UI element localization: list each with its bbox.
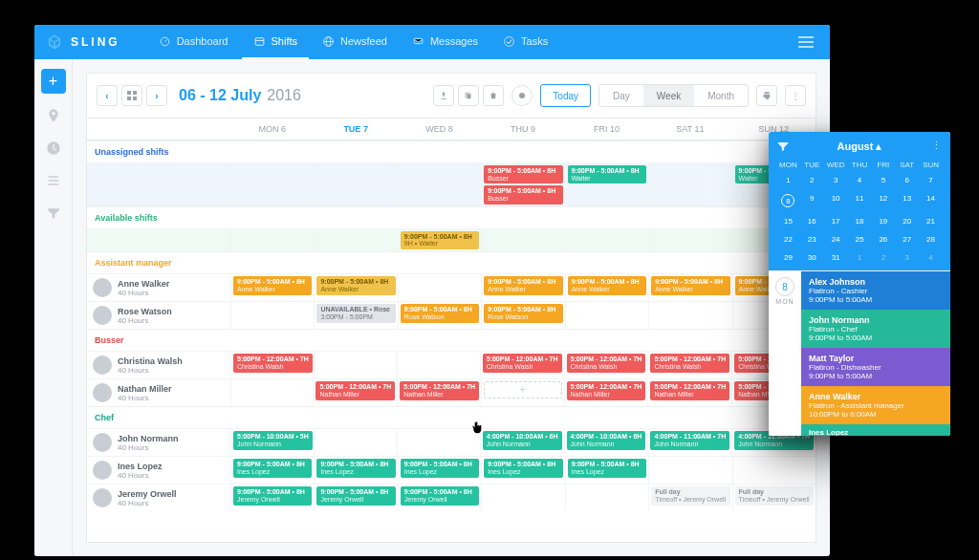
schedule-cell[interactable] xyxy=(315,429,397,456)
mobile-day-29[interactable]: 29 xyxy=(776,250,800,265)
mobile-day-6[interactable]: 6 xyxy=(895,173,919,187)
shift-chip[interactable]: 5:00PM - 12:00AM • 7HChristina Walsh xyxy=(483,354,562,372)
nav-tasks[interactable]: Tasks xyxy=(491,25,559,59)
record-button[interactable] xyxy=(511,85,533,106)
print-button[interactable] xyxy=(756,85,777,106)
shift-chip[interactable]: 9:00PM - 5:00AM • 8H9H • Waiter xyxy=(401,231,479,249)
shift-chip[interactable]: 9:00PM - 5:00AM • 8HRose Watson xyxy=(484,304,562,322)
day-header-1[interactable]: TUE 7 xyxy=(314,118,397,140)
schedule-cell[interactable] xyxy=(732,457,816,484)
schedule-cell[interactable]: 9:00PM - 5:00AM • 8HJeremy Orwell xyxy=(314,485,397,511)
shift-chip[interactable]: 9:00PM - 5:00AM • 8HBusser xyxy=(484,185,562,204)
mobile-day-3[interactable]: 3 xyxy=(895,250,919,265)
shift-chip[interactable]: 9:00PM - 5:00AM • 8HInes Lopez xyxy=(484,459,562,477)
mobile-day-2[interactable]: 2 xyxy=(871,250,895,265)
mobile-day-4[interactable]: 4 xyxy=(919,250,943,265)
add-shift-placeholder[interactable]: + xyxy=(484,381,561,398)
shift-chip[interactable]: Full dayTimeoff • Jeremy Orwell xyxy=(735,486,814,505)
rail-location-icon[interactable] xyxy=(43,105,64,126)
schedule-cell[interactable]: 9:00PM - 5:00AM • 8HRose Watson xyxy=(398,302,481,329)
schedule-cell[interactable]: UNAVAILABLE • Rose3:00PM - 5:00PM xyxy=(314,302,397,329)
schedule-cell[interactable] xyxy=(648,457,731,484)
mobile-day-12[interactable]: 12 xyxy=(871,191,895,210)
prev-week-button[interactable]: ‹ xyxy=(97,85,118,106)
day-header-4[interactable]: FRI 10 xyxy=(565,118,648,140)
next-week-button[interactable]: › xyxy=(146,85,167,106)
nav-messages[interactable]: Messages xyxy=(401,25,490,59)
mobile-shift-card[interactable]: John NormannFlatiron - Chef9:00PM to 5:0… xyxy=(801,310,950,348)
schedule-cell[interactable]: 5:00PM - 12:00AM • 7HChristina Walsh xyxy=(647,352,731,378)
mobile-shift-card-cut[interactable]: Ines Lopez xyxy=(801,424,950,436)
mobile-day-16[interactable]: 16 xyxy=(800,214,824,228)
shift-chip[interactable]: 5:00PM - 12:00AM • 7HNathan Miller xyxy=(567,381,646,399)
schedule-cell[interactable]: 5:00PM - 12:00AM • 7HChristina Walsh xyxy=(230,352,315,378)
schedule-cell[interactable]: 9:00PM - 5:00AM • 8HInes Lopez xyxy=(481,457,564,484)
schedule-cell[interactable]: 5:00PM - 12:00AM • 7HNathan Miller xyxy=(397,379,481,406)
schedule-cell[interactable]: 9:00PM - 5:00AM • 8HAnne Walker xyxy=(565,274,648,301)
rail-list-icon[interactable] xyxy=(43,170,64,191)
schedule-cell[interactable]: Full dayTimeoff • Jeremy Orwell xyxy=(732,485,816,511)
person-cell[interactable]: Christina Walsh40 Hours xyxy=(87,352,230,378)
schedule-cell[interactable]: 9:00PM - 5:00AM • 8HWaiter xyxy=(565,163,648,206)
shift-chip[interactable]: 9:00PM - 5:00AM • 8HWaiter xyxy=(568,165,646,183)
schedule-cell[interactable]: 9:00PM - 5:00AM • 8HInes Lopez xyxy=(565,457,648,484)
schedule-cell[interactable]: 5:00PM - 12:00AM • 7HNathan Miller xyxy=(647,379,731,406)
mobile-day-3[interactable]: 3 xyxy=(824,173,848,187)
shift-chip[interactable]: 9:00PM - 5:00AM • 8HAnne Walker xyxy=(568,276,646,294)
shift-chip[interactable]: 5:00PM - 12:00AM • 7HNathan Miller xyxy=(650,381,729,399)
shift-chip[interactable]: 9:00PM - 5:00AM • 8HJeremy Orwell xyxy=(401,486,479,505)
schedule-cell[interactable]: 4:00PM - 10:00AM • 6HJohn Normann xyxy=(564,429,648,456)
mobile-day-26[interactable]: 26 xyxy=(871,232,895,247)
schedule-cell[interactable] xyxy=(648,229,731,251)
mobile-day-7[interactable]: 7 xyxy=(919,173,943,187)
mobile-day-27[interactable]: 27 xyxy=(895,232,919,247)
day-header-2[interactable]: WED 8 xyxy=(398,118,481,140)
schedule-cell[interactable]: 9:00PM - 5:00AM • 8HBusser9:00PM - 5:00A… xyxy=(481,163,564,206)
nav-newsfeed[interactable]: Newsfeed xyxy=(311,25,399,59)
mobile-day-1[interactable]: 1 xyxy=(776,173,800,187)
mobile-more-icon[interactable]: ⋮ xyxy=(929,140,943,153)
shift-chip[interactable]: 9:00PM - 5:00AM • 8HAnne Walker xyxy=(651,276,729,294)
shift-chip[interactable]: 9:00PM - 5:00AM • 8HBusser xyxy=(484,165,562,183)
mobile-day-20[interactable]: 20 xyxy=(895,214,919,228)
mobile-day-13[interactable]: 13 xyxy=(895,191,919,210)
schedule-cell[interactable] xyxy=(230,163,314,206)
schedule-cell[interactable]: 9:00PM - 5:00AM • 8HJeremy Orwell xyxy=(398,485,481,511)
mobile-day-14[interactable]: 14 xyxy=(919,191,943,210)
shift-chip[interactable]: 9:00PM - 5:00AM • 8HInes Lopez xyxy=(568,459,646,477)
schedule-cell[interactable] xyxy=(648,302,731,329)
mobile-day-4[interactable]: 4 xyxy=(848,173,872,187)
schedule-cell[interactable] xyxy=(397,429,479,456)
mobile-shift-card[interactable]: Matt TaylorFlatiron - Dishwasher9:00PM t… xyxy=(801,348,950,386)
filter-icon[interactable] xyxy=(776,140,790,153)
schedule-cell[interactable]: + xyxy=(481,379,563,406)
shift-chip[interactable]: 4:00PM - 10:00AM • 6HJohn Normann xyxy=(567,431,646,449)
mobile-day-17[interactable]: 17 xyxy=(824,214,848,228)
schedule-cell[interactable] xyxy=(398,163,481,206)
schedule-cell[interactable] xyxy=(230,302,314,329)
more-button[interactable]: ⋮ xyxy=(785,85,806,106)
rail-time-icon[interactable] xyxy=(43,138,64,159)
person-cell[interactable]: John Normann40 Hours xyxy=(87,429,230,456)
schedule-cell[interactable]: 9:00PM - 5:00AM • 8HInes Lopez xyxy=(314,457,397,484)
day-header-5[interactable]: SAT 11 xyxy=(648,118,731,140)
shift-chip[interactable]: 9:00PM - 5:00AM • 8HInes Lopez xyxy=(316,459,395,477)
schedule-cell[interactable] xyxy=(481,485,564,511)
shift-chip[interactable]: 9:00PM - 5:00AM • 8HJeremy Orwell xyxy=(316,486,395,505)
schedule-cell[interactable]: 9:00PM - 5:00AM • 8HAnne Walker xyxy=(481,274,564,301)
mobile-shift-card[interactable]: Alex JohnsonFlatiron - Cashier9:00PM to … xyxy=(801,271,950,310)
nav-shifts[interactable]: Shifts xyxy=(242,25,310,59)
shift-chip[interactable]: 5:00PM - 12:00AM • 7HChristina Walsh xyxy=(567,354,646,372)
shift-chip[interactable]: 9:00PM - 5:00AM • 8HRose Watson xyxy=(401,304,479,322)
schedule-cell[interactable] xyxy=(314,163,397,206)
trash-button[interactable] xyxy=(483,85,504,106)
mobile-day-21[interactable]: 21 xyxy=(919,214,943,228)
copy-button[interactable] xyxy=(458,85,479,106)
schedule-cell[interactable] xyxy=(315,352,397,378)
mobile-day-28[interactable]: 28 xyxy=(919,232,943,247)
upload-button[interactable] xyxy=(433,85,454,106)
mobile-shift-card[interactable]: Anne WalkerFlatiron - Assistant manager1… xyxy=(801,386,950,424)
mobile-month-title[interactable]: August ▴ xyxy=(790,140,929,153)
shift-chip[interactable]: 9:00PM - 5:00AM • 8HAnne Walker xyxy=(484,276,562,294)
mobile-day-19[interactable]: 19 xyxy=(871,214,895,228)
